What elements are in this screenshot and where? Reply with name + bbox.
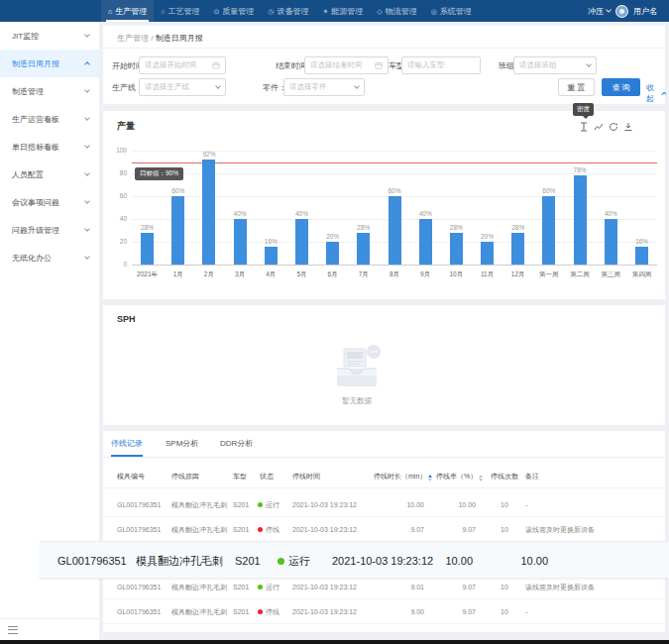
status-label: 停线 [266, 608, 279, 615]
status-label: 运行 [288, 555, 310, 567]
x-axis-tick: 5月 [286, 270, 317, 279]
x-axis-tick: 第二周 [564, 270, 595, 279]
table-row[interactable]: GL001796351模具翻边冲孔毛刺S201停线2021-10-03 19:2… [103, 517, 665, 542]
sidebar-item-生产运营看板[interactable]: 生产运营看板 [0, 105, 99, 133]
sidebar-item-制造管理[interactable]: 制造管理 [0, 77, 99, 105]
cell-model: S201 [233, 599, 258, 624]
filter-select[interactable]: 请选择零件 [283, 78, 365, 96]
filter-select[interactable]: 请选择生产线 [139, 78, 226, 96]
sort-asc-caret [428, 475, 432, 478]
bar-value-label: 60% [163, 187, 193, 194]
x-axis-tick: 第一周 [533, 270, 564, 279]
nav-item-质量管理[interactable]: ⊙质量管理 [206, 0, 261, 22]
y-axis-tick: 20 [103, 238, 127, 245]
refresh-icon[interactable] [609, 122, 618, 132]
breadcrumb-parent[interactable]: 生产管理 [117, 34, 149, 43]
line-chart-icon[interactable] [594, 122, 604, 132]
nav-item-生产管理[interactable]: ⌂生产管理 [101, 0, 154, 22]
sidebar-item-JIT监控[interactable]: JIT监控 [0, 22, 99, 50]
table-row[interactable]: GL001796351模具翻边冲孔毛刺S201运行2021-10-03 19:2… [103, 492, 665, 517]
sort-icon[interactable] [428, 475, 432, 482]
nav-item-物流管理[interactable]: ◇物流管理 [370, 0, 423, 22]
status-label: 运行 [266, 501, 279, 508]
bar-10月 [450, 233, 463, 265]
reset-button[interactable]: 重 置 [558, 78, 595, 96]
nav-item-设备管理[interactable]: ◷设备管理 [261, 0, 315, 22]
column-header-停线时长（min）[interactable]: 停线时长（min） [374, 465, 432, 488]
nav-item-工艺管理[interactable]: ○工艺管理 [154, 0, 206, 22]
sidebar-item-无纸化办公[interactable]: 无纸化办公 [0, 244, 99, 271]
sidebar-item-label: 问题升级管理 [12, 225, 85, 236]
bar-2021年 [141, 233, 154, 265]
cell-rate: 9.07 [430, 517, 476, 542]
bar-value-label: 28% [132, 224, 163, 231]
bar-8月 [389, 196, 401, 265]
input-placeholder: 请选择生产线 [145, 82, 216, 92]
bar-12月 [511, 233, 524, 265]
bar-value-label: 28% [441, 224, 472, 231]
filter-select[interactable]: 请选择班组 [513, 56, 597, 74]
bar-value-label: 28% [348, 224, 379, 231]
bar-value-label: 40% [410, 210, 441, 217]
magnified-table-row[interactable]: GL001796351模具翻边冲孔毛刺S201运行2021-10-03 19:2… [40, 541, 669, 579]
cell-duration: 9.07 [377, 517, 424, 542]
input-placeholder: 请选择结束时间 [310, 60, 375, 70]
bar-9月 [419, 219, 432, 265]
top-navbar: ⌂生产管理○工艺管理⊙质量管理◷设备管理✶能源管理◇物流管理◎系统管理 冲压 用… [0, 0, 669, 22]
sidebar-item-人员配置[interactable]: 人员配置 [0, 161, 99, 188]
cell-remark: - [525, 599, 662, 624]
nav-item-label: 生产管理 [115, 6, 147, 17]
table-header: 模具编号停线原因车型状态停线时间停线时长（min）停线率（%）停线次数备注 [103, 465, 665, 488]
tab-DDR分析[interactable]: DDR分析 [220, 431, 253, 457]
input-placeholder: 请选择班组 [519, 60, 587, 70]
chevron-down-icon [586, 61, 592, 67]
system-icon: ◎ [431, 8, 437, 15]
sort-icon[interactable] [479, 475, 483, 482]
bar-value-label: 60% [380, 187, 410, 194]
download-icon[interactable] [623, 122, 633, 132]
gridline [132, 265, 657, 266]
workshop-selector[interactable]: 冲压 [588, 6, 611, 17]
filter-input[interactable]: 请输入车型 [401, 56, 481, 74]
tab-停线记录[interactable]: 停线记录 [111, 431, 143, 457]
empty-state-text: 暂无数据 [327, 396, 387, 406]
nav-item-系统管理[interactable]: ◎系统管理 [424, 0, 479, 22]
bar-value-label: 40% [596, 210, 626, 217]
filter-input[interactable]: 请选择结束时间 [304, 56, 389, 74]
target-value-badge: 目标值：90% [135, 167, 183, 180]
bar-value-label: 78% [565, 166, 596, 173]
sidebar-item-会议事项问题[interactable]: 会议事项问题 [0, 188, 99, 216]
workshop-label: 冲压 [588, 6, 604, 17]
sidebar-item-label: 生产运营看板 [12, 114, 85, 125]
column-header-停线率（%）[interactable]: 停线率（%） [436, 465, 483, 488]
table-row[interactable]: GL001796351模具翻边冲孔毛刺S201停线2021-10-03 19:2… [103, 599, 665, 624]
nav-item-能源管理[interactable]: ✶能源管理 [315, 0, 370, 22]
filter-input[interactable]: 请选择开始时间 [139, 56, 226, 74]
search-button[interactable]: 查 询 [602, 78, 640, 96]
output-chart-panel: 产量 020406080100目标值：90%28%2021年60%1月92%2月… [103, 111, 665, 299]
cell-time: 2021-10-03 19:23:12 [292, 599, 374, 624]
status-dot [258, 502, 263, 507]
sidebar-item-问题升级管理[interactable]: 问题升级管理 [0, 216, 99, 244]
divider [103, 48, 665, 49]
x-axis-tick: 3月 [225, 270, 256, 279]
cell-mold_no: GL001796351 [117, 492, 170, 517]
calendar-icon [212, 61, 220, 69]
chevron-down-icon [84, 170, 90, 176]
sort-asc-caret [479, 475, 483, 478]
user-avatar[interactable] [615, 5, 628, 18]
sph-title: SPH [117, 314, 136, 324]
sidebar-collapse-icon[interactable] [8, 626, 18, 634]
chevron-down-icon [215, 83, 221, 89]
sidebar-item-制造日周月报[interactable]: 制造日周月报 [0, 50, 99, 77]
status-dot [258, 609, 263, 614]
magnified-cell-time: 2021-10-03 19:23:12 [332, 542, 433, 580]
bar-value-label: 40% [286, 210, 317, 217]
sidebar-item-单日指标看板[interactable]: 单日指标看板 [0, 133, 99, 161]
collapse-filters-link[interactable]: 收起 [646, 82, 665, 104]
tab-SPM分析[interactable]: SPM分析 [166, 431, 198, 457]
chart-toolbar [579, 122, 633, 132]
top-nav-menu: ⌂生产管理○工艺管理⊙质量管理◷设备管理✶能源管理◇物流管理◎系统管理 [101, 0, 479, 22]
data-view-icon[interactable] [579, 122, 589, 132]
chevron-down-icon [84, 115, 90, 121]
